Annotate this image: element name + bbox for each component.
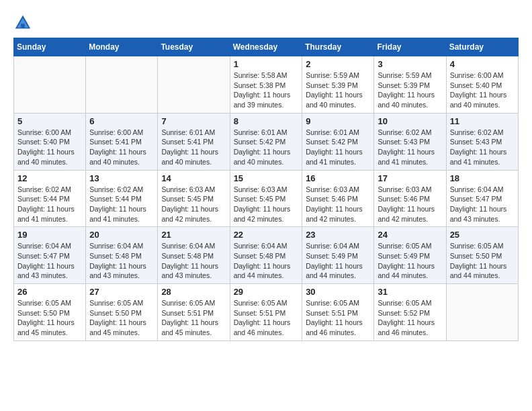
day-number: 27	[89, 287, 154, 297]
calendar-cell: 30Sunrise: 6:05 AMSunset: 5:51 PMDayligh…	[302, 284, 374, 341]
calendar-cell: 26Sunrise: 6:05 AMSunset: 5:50 PMDayligh…	[14, 284, 86, 341]
day-number: 5	[17, 116, 82, 126]
day-info: Sunrise: 6:02 AMSunset: 5:43 PMDaylight:…	[378, 128, 442, 167]
calendar-cell: 13Sunrise: 6:02 AMSunset: 5:44 PMDayligh…	[86, 170, 158, 227]
day-number: 4	[450, 59, 515, 69]
day-info: Sunrise: 6:01 AMSunset: 5:42 PMDaylight:…	[306, 128, 370, 167]
calendar-cell: 29Sunrise: 6:05 AMSunset: 5:51 PMDayligh…	[230, 284, 302, 341]
calendar-cell: 20Sunrise: 6:04 AMSunset: 5:48 PMDayligh…	[86, 227, 158, 284]
calendar-cell: 8Sunrise: 6:01 AMSunset: 5:42 PMDaylight…	[230, 113, 302, 170]
day-number: 25	[450, 230, 515, 240]
day-info: Sunrise: 5:58 AMSunset: 5:38 PMDaylight:…	[234, 71, 299, 110]
day-info: Sunrise: 6:04 AMSunset: 5:49 PMDaylight:…	[306, 241, 370, 281]
calendar-cell: 12Sunrise: 6:02 AMSunset: 5:44 PMDayligh…	[14, 170, 86, 227]
day-info: Sunrise: 6:03 AMSunset: 5:46 PMDaylight:…	[378, 185, 442, 224]
logo	[13, 13, 35, 32]
day-info: Sunrise: 6:05 AMSunset: 5:49 PMDaylight:…	[378, 241, 442, 281]
day-number: 1	[234, 59, 299, 69]
calendar-cell: 6Sunrise: 6:00 AMSunset: 5:41 PMDaylight…	[86, 113, 158, 170]
calendar-cell: 11Sunrise: 6:02 AMSunset: 5:43 PMDayligh…	[446, 113, 518, 170]
calendar-cell: 24Sunrise: 6:05 AMSunset: 5:49 PMDayligh…	[374, 227, 446, 284]
calendar-cell: 21Sunrise: 6:04 AMSunset: 5:48 PMDayligh…	[158, 227, 230, 284]
day-number: 16	[306, 173, 370, 183]
calendar-cell: 7Sunrise: 6:01 AMSunset: 5:41 PMDaylight…	[158, 113, 230, 170]
calendar-cell: 9Sunrise: 6:01 AMSunset: 5:42 PMDaylight…	[302, 113, 374, 170]
calendar-cell	[86, 56, 158, 113]
day-info: Sunrise: 5:59 AMSunset: 5:39 PMDaylight:…	[378, 71, 442, 110]
weekday-header-thursday: Thursday	[302, 38, 374, 56]
weekday-header-row: SundayMondayTuesdayWednesdayThursdayFrid…	[14, 38, 519, 56]
day-info: Sunrise: 6:01 AMSunset: 5:42 PMDaylight:…	[234, 128, 299, 167]
day-number: 22	[234, 230, 299, 240]
day-info: Sunrise: 6:04 AMSunset: 5:48 PMDaylight:…	[234, 241, 299, 281]
weekday-header-saturday: Saturday	[446, 38, 518, 56]
svg-rect-2	[21, 24, 25, 28]
day-info: Sunrise: 6:03 AMSunset: 5:45 PMDaylight:…	[161, 185, 226, 224]
calendar-table: SundayMondayTuesdayWednesdayThursdayFrid…	[13, 38, 519, 341]
day-info: Sunrise: 6:04 AMSunset: 5:48 PMDaylight:…	[161, 241, 226, 281]
day-number: 31	[378, 287, 442, 297]
day-info: Sunrise: 6:02 AMSunset: 5:43 PMDaylight:…	[450, 128, 515, 167]
day-number: 29	[234, 287, 299, 297]
calendar-week-row: 12Sunrise: 6:02 AMSunset: 5:44 PMDayligh…	[14, 170, 519, 227]
calendar-cell: 19Sunrise: 6:04 AMSunset: 5:47 PMDayligh…	[14, 227, 86, 284]
calendar-cell: 23Sunrise: 6:04 AMSunset: 5:49 PMDayligh…	[302, 227, 374, 284]
day-info: Sunrise: 6:05 AMSunset: 5:51 PMDaylight:…	[306, 298, 370, 338]
day-number: 18	[450, 173, 515, 183]
day-number: 28	[161, 287, 226, 297]
calendar-week-row: 5Sunrise: 6:00 AMSunset: 5:40 PMDaylight…	[14, 113, 519, 170]
day-number: 20	[89, 230, 154, 240]
weekday-header-monday: Monday	[86, 38, 158, 56]
calendar-cell: 5Sunrise: 6:00 AMSunset: 5:40 PMDaylight…	[14, 113, 86, 170]
calendar-week-row: 1Sunrise: 5:58 AMSunset: 5:38 PMDaylight…	[14, 56, 519, 113]
day-info: Sunrise: 6:00 AMSunset: 5:40 PMDaylight:…	[450, 71, 515, 110]
calendar-cell: 4Sunrise: 6:00 AMSunset: 5:40 PMDaylight…	[446, 56, 518, 113]
day-info: Sunrise: 6:00 AMSunset: 5:41 PMDaylight:…	[89, 128, 154, 167]
calendar-cell: 2Sunrise: 5:59 AMSunset: 5:39 PMDaylight…	[302, 56, 374, 113]
day-info: Sunrise: 6:05 AMSunset: 5:51 PMDaylight:…	[161, 298, 226, 338]
day-info: Sunrise: 6:04 AMSunset: 5:47 PMDaylight:…	[450, 185, 515, 224]
day-info: Sunrise: 6:05 AMSunset: 5:50 PMDaylight:…	[450, 241, 515, 281]
calendar-cell: 16Sunrise: 6:03 AMSunset: 5:46 PMDayligh…	[302, 170, 374, 227]
day-number: 15	[234, 173, 299, 183]
calendar-cell: 1Sunrise: 5:58 AMSunset: 5:38 PMDaylight…	[230, 56, 302, 113]
calendar-cell: 18Sunrise: 6:04 AMSunset: 5:47 PMDayligh…	[446, 170, 518, 227]
calendar-cell	[158, 56, 230, 113]
day-info: Sunrise: 6:04 AMSunset: 5:47 PMDaylight:…	[17, 241, 82, 281]
day-number: 19	[17, 230, 82, 240]
day-info: Sunrise: 6:01 AMSunset: 5:41 PMDaylight:…	[161, 128, 226, 167]
day-number: 21	[161, 230, 226, 240]
calendar-week-row: 19Sunrise: 6:04 AMSunset: 5:47 PMDayligh…	[14, 227, 519, 284]
day-number: 26	[17, 287, 82, 297]
calendar-cell	[446, 284, 518, 341]
day-number: 24	[378, 230, 442, 240]
day-number: 7	[161, 116, 226, 126]
calendar-cell	[14, 56, 86, 113]
calendar-cell: 10Sunrise: 6:02 AMSunset: 5:43 PMDayligh…	[374, 113, 446, 170]
weekday-header-wednesday: Wednesday	[230, 38, 302, 56]
page: SundayMondayTuesdayWednesdayThursdayFrid…	[0, 0, 532, 348]
calendar-cell: 25Sunrise: 6:05 AMSunset: 5:50 PMDayligh…	[446, 227, 518, 284]
day-info: Sunrise: 6:05 AMSunset: 5:50 PMDaylight:…	[89, 298, 154, 338]
calendar-cell: 28Sunrise: 6:05 AMSunset: 5:51 PMDayligh…	[158, 284, 230, 341]
day-info: Sunrise: 6:00 AMSunset: 5:40 PMDaylight:…	[17, 128, 82, 167]
calendar-cell: 15Sunrise: 6:03 AMSunset: 5:45 PMDayligh…	[230, 170, 302, 227]
day-number: 13	[89, 173, 154, 183]
weekday-header-friday: Friday	[374, 38, 446, 56]
day-info: Sunrise: 6:05 AMSunset: 5:51 PMDaylight:…	[234, 298, 299, 338]
calendar-cell: 22Sunrise: 6:04 AMSunset: 5:48 PMDayligh…	[230, 227, 302, 284]
day-number: 10	[378, 116, 442, 126]
day-info: Sunrise: 6:04 AMSunset: 5:48 PMDaylight:…	[89, 241, 154, 281]
calendar-week-row: 26Sunrise: 6:05 AMSunset: 5:50 PMDayligh…	[14, 284, 519, 341]
calendar-cell: 17Sunrise: 6:03 AMSunset: 5:46 PMDayligh…	[374, 170, 446, 227]
calendar-cell: 27Sunrise: 6:05 AMSunset: 5:50 PMDayligh…	[86, 284, 158, 341]
day-number: 17	[378, 173, 442, 183]
day-number: 30	[306, 287, 370, 297]
calendar-cell: 31Sunrise: 6:05 AMSunset: 5:52 PMDayligh…	[374, 284, 446, 341]
weekday-header-sunday: Sunday	[14, 38, 86, 56]
day-number: 14	[161, 173, 226, 183]
day-info: Sunrise: 6:05 AMSunset: 5:52 PMDaylight:…	[378, 298, 442, 338]
day-number: 23	[306, 230, 370, 240]
day-info: Sunrise: 6:05 AMSunset: 5:50 PMDaylight:…	[17, 298, 82, 338]
day-info: Sunrise: 6:03 AMSunset: 5:46 PMDaylight:…	[306, 185, 370, 224]
